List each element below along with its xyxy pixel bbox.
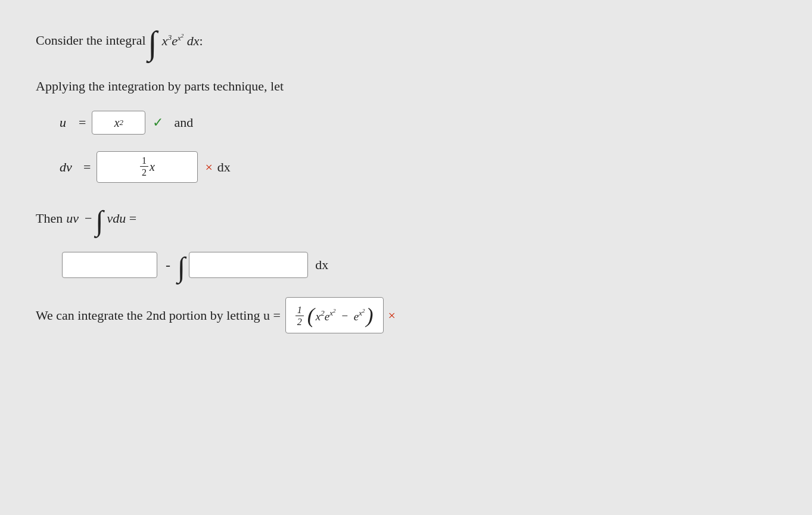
and-text: and xyxy=(174,115,193,130)
answer-big-paren-open: ( xyxy=(307,303,315,328)
answer-big-paren-close: ) xyxy=(366,303,374,328)
then-text: Then xyxy=(36,211,63,226)
dv-equation-row: dv = 1 2 x × dx xyxy=(36,151,572,183)
u-label: u xyxy=(60,115,71,130)
dx-text: dx xyxy=(217,160,231,175)
answer-box[interactable]: 1 2 ( x2ex2 − ex2 ) xyxy=(285,297,384,333)
result-box-1[interactable] xyxy=(62,252,157,278)
answer-frac: 1 2 xyxy=(295,302,304,328)
applying-line: Applying the integration by parts techni… xyxy=(36,79,572,94)
result-minus: - xyxy=(166,257,170,273)
result-box-2[interactable] xyxy=(189,252,308,278)
dv-label: dv xyxy=(60,160,76,175)
dv-input-box[interactable]: 1 2 x xyxy=(97,151,198,183)
integral-expression: x3ex2 dx: xyxy=(162,32,203,49)
then-row: Then uv − ∫ vdu = xyxy=(36,204,572,233)
u-eq-sign: = xyxy=(79,115,86,130)
intro-text: Consider the integral xyxy=(36,33,146,48)
result-row: - ∫ dx xyxy=(36,251,572,279)
main-content: Consider the integral ∫ x3ex2 dx: Applyi… xyxy=(36,24,572,333)
u-check-mark: ✓ xyxy=(153,115,163,130)
u-input-box[interactable]: x2 xyxy=(92,111,145,135)
u-equation-row: u = x2 ✓ and xyxy=(36,111,572,135)
integral-symbol-2: ∫ xyxy=(95,207,103,235)
applying-text: Applying the integration by parts techni… xyxy=(36,79,284,94)
uv-expr: uv xyxy=(66,211,79,226)
answer-x-mark: × xyxy=(388,308,396,323)
result-dx: dx xyxy=(315,257,328,273)
dv-eq-sign: = xyxy=(83,160,91,175)
minus-text: − xyxy=(85,211,92,226)
last-row: We can integrate the 2nd portion by lett… xyxy=(36,297,572,333)
last-line-text: We can integrate the 2nd portion by lett… xyxy=(36,308,281,323)
intro-line: Consider the integral ∫ x3ex2 dx: xyxy=(36,24,572,57)
integral-symbol-1: ∫ xyxy=(148,26,157,60)
answer-expr: x2ex2 − ex2 xyxy=(316,308,365,323)
integral-symbol-3: ∫ xyxy=(178,253,185,282)
dv-x-mark: × xyxy=(205,160,212,175)
vdu-text: vdu = xyxy=(107,211,137,226)
